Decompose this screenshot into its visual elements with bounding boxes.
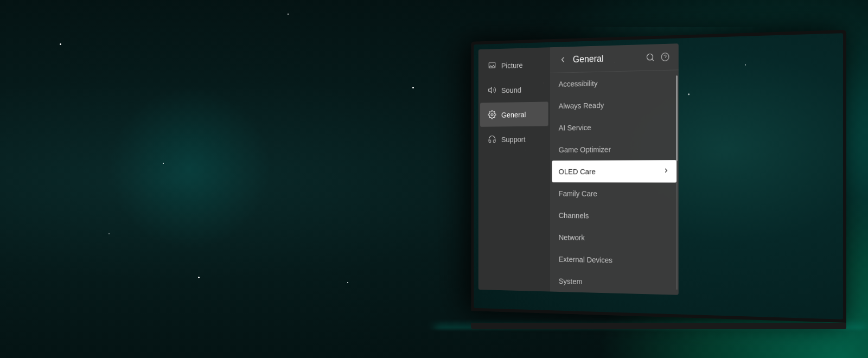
scroll-thumb[interactable]: [676, 75, 678, 161]
sidebar-item-picture[interactable]: Picture: [480, 52, 548, 78]
menu-item-accessibility-label: Accessibility: [559, 79, 598, 88]
panel-header: General: [550, 43, 679, 73]
menu-item-channels-label: Channels: [559, 211, 589, 220]
menu-item-ai-service-label: AI Service: [559, 123, 591, 132]
menu-overlay: Picture Sound General: [478, 43, 679, 295]
tv-frame: Picture Sound General: [471, 30, 846, 323]
sidebar-label-picture: Picture: [501, 61, 523, 70]
menu-item-oled-care[interactable]: OLED Care: [552, 160, 677, 182]
menu-item-always-ready-label: Always Ready: [559, 101, 604, 110]
menu-item-external-devices[interactable]: External Devices: [550, 248, 679, 272]
star-1: [60, 43, 61, 45]
menu-item-network[interactable]: Network: [550, 226, 679, 250]
svg-point-5: [661, 53, 669, 61]
tv-stand: [471, 323, 846, 329]
menu-item-family-care-label: Family Care: [559, 189, 597, 197]
svg-marker-1: [489, 87, 492, 93]
sidebar-item-sound[interactable]: Sound: [480, 77, 548, 103]
sidebar: Picture Sound General: [478, 47, 550, 291]
menu-item-system[interactable]: System: [550, 270, 679, 295]
sidebar-label-sound: Sound: [501, 85, 521, 94]
sidebar-item-general[interactable]: General: [480, 101, 548, 126]
chevron-right-icon: [662, 167, 669, 176]
sidebar-label-general: General: [501, 110, 526, 119]
star-2: [288, 14, 289, 15]
tv-star-3: [688, 93, 690, 95]
search-button[interactable]: [645, 52, 656, 63]
glow-left: [108, 87, 271, 250]
star-5: [347, 282, 348, 283]
menu-item-external-devices-label: External Devices: [559, 254, 612, 264]
menu-item-accessibility[interactable]: Accessibility: [550, 70, 679, 95]
menu-item-game-optimizer[interactable]: Game Optimizer: [550, 138, 679, 161]
back-button[interactable]: [558, 54, 568, 65]
general-icon: [488, 110, 497, 120]
panel-header-left: General: [558, 53, 604, 66]
sound-icon: [488, 85, 497, 95]
star-4: [198, 277, 200, 278]
menu-item-ai-service[interactable]: AI Service: [550, 115, 679, 138]
menu-item-always-ready[interactable]: Always Ready: [550, 93, 679, 117]
menu-item-oled-care-label: OLED Care: [559, 167, 596, 176]
menu-item-channels[interactable]: Channels: [550, 204, 679, 227]
svg-line-4: [652, 59, 654, 61]
sidebar-item-support[interactable]: Support: [480, 126, 548, 151]
menu-item-network-label: Network: [559, 233, 585, 242]
star-7: [108, 233, 110, 234]
star-6: [412, 87, 414, 88]
scroll-track: [676, 75, 678, 290]
support-icon: [488, 134, 497, 144]
tv-screen: Picture Sound General: [474, 33, 843, 319]
menu-item-family-care[interactable]: Family Care: [550, 182, 679, 205]
svg-point-2: [491, 113, 493, 116]
general-panel: General Accessibility: [550, 43, 679, 295]
menu-item-game-optimizer-label: Game Optimizer: [559, 145, 611, 154]
sidebar-label-support: Support: [501, 135, 526, 143]
tv-star-4: [745, 64, 746, 65]
panel-title: General: [573, 53, 604, 65]
menu-item-system-label: System: [559, 277, 583, 286]
panel-header-icons: [645, 51, 671, 63]
help-button[interactable]: [660, 51, 671, 63]
menu-list: Accessibility Always Ready AI Service Ga…: [550, 70, 679, 295]
star-3: [163, 163, 164, 164]
picture-icon: [488, 60, 497, 71]
